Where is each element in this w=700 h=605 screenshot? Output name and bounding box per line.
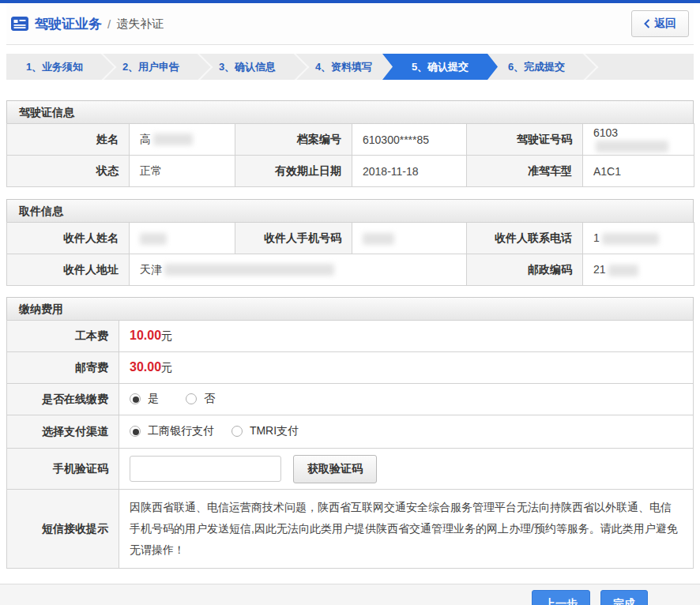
table-row: 手机验证码 获取验证码: [7, 449, 694, 490]
section-title-license-info: 驾驶证信息: [6, 100, 694, 123]
finish-button[interactable]: 完成: [600, 590, 648, 605]
get-sms-code-button[interactable]: 获取验证码: [293, 455, 377, 483]
payment-table: 工本费 10.00元 邮寄费 30.00元 是否在线缴费 是: [6, 320, 694, 569]
field-value-sms-code: 获取验证码: [119, 449, 694, 490]
field-value-name: 高: [130, 124, 235, 156]
table-row: 姓名 高 档案编号 610300****85 驾驶证号码 6103: [7, 124, 694, 156]
step-5-confirm-submit[interactable]: 5、确认提交: [382, 54, 498, 80]
step-3-confirm-info[interactable]: 3、确认信息: [199, 54, 295, 80]
redacted-text: [602, 233, 659, 245]
redacted-text: [153, 133, 193, 145]
field-label-vehicle-class: 准驾车型: [467, 156, 583, 187]
field-label-recipient-name: 收件人姓名: [7, 223, 130, 254]
redacted-text: [596, 141, 668, 152]
step-progress-bar: 1、业务须知 2、用户申告 3、确认信息 4、资料填写 5、确认提交 6、完成提…: [6, 54, 694, 80]
radio-label: 是: [148, 392, 159, 406]
back-button-label: 返回: [654, 17, 676, 31]
field-value-postage-fee: 30.00元: [119, 352, 694, 384]
radio-online-no[interactable]: 否: [186, 392, 215, 406]
redacted-text: [363, 233, 394, 245]
radio-label: 工商银行支付: [148, 424, 214, 438]
field-value-license-no: 6103: [583, 124, 694, 156]
back-button[interactable]: 返回: [631, 10, 689, 37]
field-label-postal-code: 邮政编码: [467, 254, 583, 286]
radio-unselected-icon: [186, 393, 197, 404]
table-row: 是否在线缴费 是 否: [7, 384, 694, 415]
breadcrumb-current: 遗失补证: [116, 17, 164, 32]
redacted-text: [164, 264, 334, 276]
step-2-user-declaration[interactable]: 2、用户申告: [103, 54, 199, 80]
field-value-production-fee: 10.00元: [119, 321, 694, 352]
section-title-payment: 缴纳费用: [6, 297, 694, 320]
table-row: 收件人地址 天津 邮政编码 21: [7, 254, 694, 286]
field-label-status: 状态: [7, 156, 130, 187]
field-value-recipient-name: [130, 223, 235, 254]
section-payment: 缴纳费用 工本费 10.00元 邮寄费 30.00元 是否在线缴费: [6, 297, 694, 569]
sms-notice-text: 因陕西省联通、电信运营商技术问题，陕西省互联网交通安全综合服务管理平台无法向持陕…: [119, 490, 694, 569]
production-fee-amount: 10.00: [130, 329, 161, 342]
breadcrumb-separator: /: [107, 17, 111, 31]
page-header: 驾驶证业务 / 遗失补证 返回: [6, 3, 694, 45]
table-row: 短信接收提示 因陕西省联通、电信运营商技术问题，陕西省互联网交通安全综合服务管理…: [7, 490, 694, 569]
field-label-payment-channel: 选择支付渠道: [7, 415, 119, 449]
page-title: 驾驶证业务: [35, 15, 102, 33]
field-value-file-no: 610300****85: [352, 124, 467, 156]
radio-selected-icon: [130, 393, 141, 404]
sms-code-input[interactable]: [130, 456, 281, 482]
field-value-status: 正常: [130, 156, 235, 187]
field-value-recipient-address: 天津: [130, 254, 467, 286]
redacted-text: [140, 233, 167, 245]
radio-label: TMRI支付: [250, 424, 299, 438]
step-1-business-notice[interactable]: 1、业务须知: [6, 54, 103, 80]
chevron-left-icon: [644, 19, 650, 28]
fee-unit: 元: [161, 361, 172, 374]
field-label-online-payment: 是否在线缴费: [7, 384, 119, 415]
redacted-text: [608, 265, 638, 276]
section-title-pickup-info: 取件信息: [6, 199, 694, 222]
radio-channel-tmri[interactable]: TMRI支付: [231, 424, 299, 438]
radio-unselected-icon: [231, 426, 243, 437]
footer-action-bar: 上一步 完成: [0, 584, 700, 605]
previous-step-button[interactable]: 上一步: [532, 590, 590, 605]
field-value-online-payment: 是 否: [119, 384, 694, 415]
field-label-recipient-mobile: 收件人手机号码: [235, 223, 352, 254]
page-container: 驾驶证业务 / 遗失补证 返回 1、业务须知 2、用户申告 3、确认信息 4、资…: [0, 3, 700, 569]
field-label-license-no: 驾驶证号码: [467, 124, 583, 156]
license-list-icon: [11, 17, 28, 31]
field-label-file-no: 档案编号: [235, 124, 352, 156]
fee-unit: 元: [161, 329, 172, 342]
field-value-vehicle-class: A1C1: [583, 156, 694, 187]
section-pickup-info: 取件信息 收件人姓名 收件人手机号码 收件人联系电话 1: [6, 199, 694, 286]
table-row: 工本费 10.00元: [7, 321, 694, 352]
field-label-name: 姓名: [7, 124, 130, 156]
field-value-expiry-date: 2018-11-18: [352, 156, 467, 187]
field-value-recipient-phone: 1: [583, 223, 694, 254]
step-4-fill-materials[interactable]: 4、资料填写: [295, 54, 392, 80]
table-row: 状态 正常 有效期止日期 2018-11-18 准驾车型 A1C1: [7, 156, 694, 187]
table-row: 邮寄费 30.00元: [7, 352, 694, 384]
table-row: 选择支付渠道 工商银行支付 TMRI支付: [7, 415, 694, 449]
field-label-sms-code: 手机验证码: [7, 449, 119, 490]
field-value-recipient-mobile: [352, 223, 467, 254]
field-label-sms-notice: 短信接收提示: [7, 490, 119, 569]
radio-online-yes[interactable]: 是: [130, 392, 159, 406]
table-row: 收件人姓名 收件人手机号码 收件人联系电话 1: [7, 223, 694, 254]
field-value-payment-channel: 工商银行支付 TMRI支付: [119, 415, 694, 449]
license-info-table: 姓名 高 档案编号 610300****85 驾驶证号码 6103 状态 正常 …: [6, 123, 694, 187]
step-6-complete-submit[interactable]: 6、完成提交: [488, 54, 585, 80]
radio-selected-icon: [130, 426, 141, 437]
pickup-info-table: 收件人姓名 收件人手机号码 收件人联系电话 1 收件人地址 天津 邮政编码: [6, 222, 694, 286]
field-value-postal-code: 21: [583, 254, 694, 286]
radio-channel-icbc[interactable]: 工商银行支付: [130, 424, 214, 438]
field-label-recipient-address: 收件人地址: [7, 254, 130, 286]
field-label-recipient-phone: 收件人联系电话: [467, 223, 583, 254]
field-label-expiry-date: 有效期止日期: [235, 156, 352, 187]
section-license-info: 驾驶证信息 姓名 高 档案编号 610300****85 驾驶证号码 6103 …: [6, 100, 694, 187]
field-label-production-fee: 工本费: [7, 321, 119, 352]
postage-fee-amount: 30.00: [130, 360, 161, 374]
field-label-postage-fee: 邮寄费: [7, 352, 119, 384]
radio-label: 否: [204, 392, 215, 406]
